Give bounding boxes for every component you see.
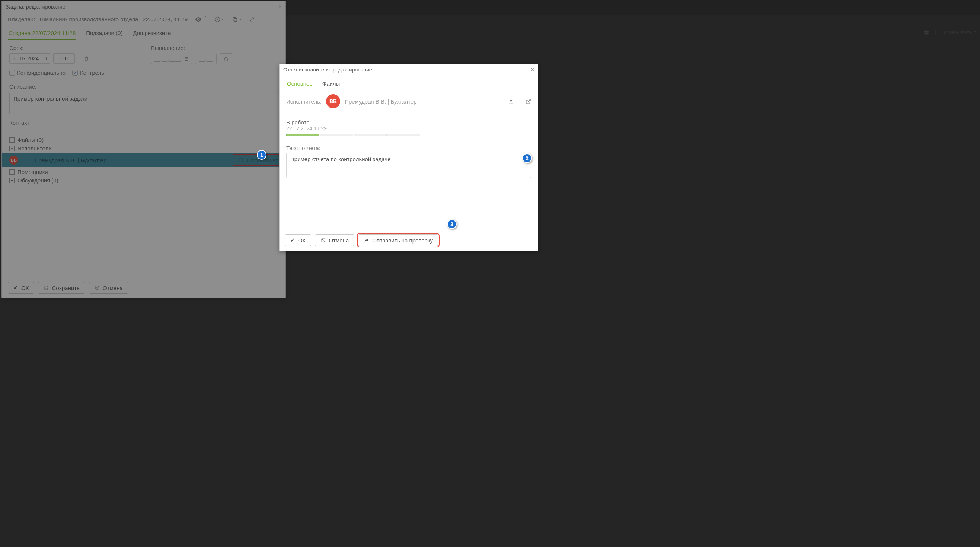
svg-line-16	[528, 99, 530, 102]
report-footer: ✔ ОК Отмена Отправить на проверку 3	[280, 230, 538, 250]
send-for-review-button[interactable]: Отправить на проверку	[358, 234, 438, 246]
tab-files[interactable]: Файлы	[321, 79, 341, 91]
upload-icon[interactable]	[508, 98, 514, 104]
executor-report-dialog: Отчет исполнителя: редактирование × Осно…	[279, 64, 538, 251]
executor-label: Исполнитель:	[286, 98, 321, 105]
cancel-icon	[320, 238, 326, 243]
dialog-titlebar: Отчет исполнителя: редактирование ×	[280, 64, 538, 75]
annotation-callout-1: 1	[257, 150, 266, 160]
cancel-button[interactable]: Отмена	[315, 234, 354, 246]
share-icon	[364, 238, 369, 243]
progress-bar	[286, 134, 420, 136]
state-title: В работе	[286, 119, 531, 126]
report-text-label: Текст отчета:	[286, 145, 531, 151]
cancel-label: Отмена	[329, 237, 349, 244]
avatar: ВВ	[326, 94, 340, 108]
send-label: Отправить на проверку	[372, 237, 433, 244]
check-icon: ✔	[290, 237, 295, 244]
ok-label: ОК	[298, 237, 305, 244]
report-tabs: Основное Файлы	[286, 79, 531, 91]
dialog-title: Отчет исполнителя: редактирование	[283, 67, 372, 73]
state-timestamp: 22.07.2024 11:29	[286, 126, 531, 131]
ok-button[interactable]: ✔ ОК	[285, 234, 311, 246]
report-textarea[interactable]: Пример отчета по контрольной задаче	[286, 153, 531, 178]
external-link-icon[interactable]	[525, 99, 531, 104]
annotation-callout-3: 3	[447, 219, 457, 229]
tab-main[interactable]: Основное	[286, 79, 313, 91]
close-icon[interactable]: ×	[531, 66, 534, 73]
annotation-callout-2: 2	[522, 153, 532, 163]
svg-line-18	[322, 239, 325, 242]
executor-name: Премудрая В.В. | Бухгалтер	[345, 98, 417, 105]
